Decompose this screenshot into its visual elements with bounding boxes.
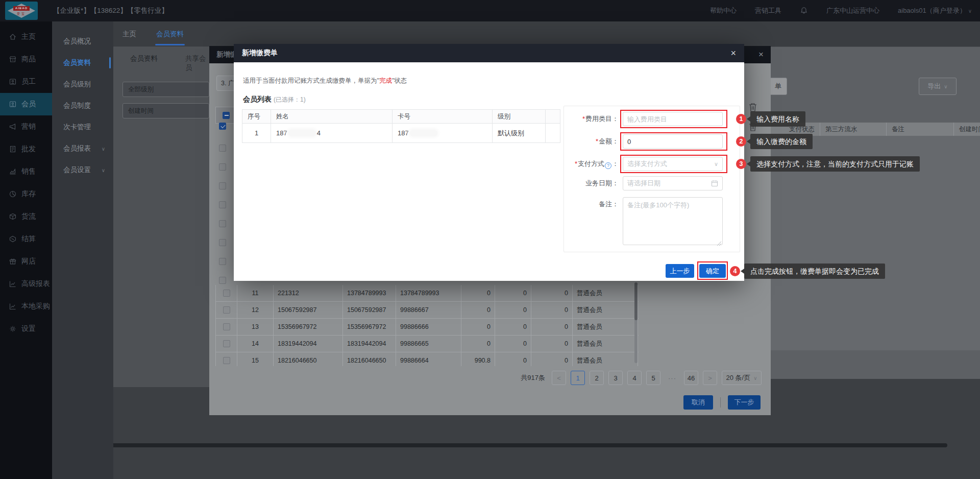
cell-bonus: 0 [495, 336, 531, 352]
sidebar-item-home[interactable]: 主页 [0, 26, 52, 48]
note-label: 备注： [560, 197, 619, 211]
previous-step-button[interactable]: 上一步 [666, 264, 694, 278]
close-icon[interactable]: × [758, 50, 764, 60]
cell-level: 普通会员 [573, 352, 638, 366]
next-step-button[interactable]: 下一步 [728, 395, 761, 410]
pagination-page[interactable]: 1 [571, 371, 585, 385]
pagination-page[interactable]: 46 [684, 371, 698, 385]
row-checkbox[interactable] [223, 290, 230, 297]
row-checkbox[interactable] [219, 258, 226, 265]
sidebar-item-goods[interactable]: 商品 [0, 48, 52, 70]
amount-input[interactable] [623, 134, 723, 149]
export-button[interactable]: 导出∨ [919, 78, 957, 95]
row-checkbox[interactable] [219, 239, 226, 246]
annotation-tooltip-3: 选择支付方式，注意，当前的支付方式只用于记账 [747, 156, 920, 172]
row-checkbox[interactable] [219, 182, 226, 189]
annotation-tooltip-4: 点击完成按钮，缴费单据即会变为已完成 [741, 264, 885, 279]
business-date-label: 业务日期： [560, 176, 619, 190]
sidebar-item-wholesale[interactable]: 批发 [0, 138, 52, 160]
cell-balance: 0 [461, 302, 495, 318]
close-icon[interactable]: × [730, 48, 736, 59]
cell-name: 18319442094 [274, 336, 343, 352]
filter-level-select[interactable]: 全部级别 [122, 82, 209, 97]
sidebar-item-settlement[interactable]: 结算 [0, 228, 52, 250]
sidebar-item-local-purchase[interactable]: 本地采购 [0, 295, 52, 318]
select-all-checkbox[interactable] [223, 112, 230, 119]
pagination-page[interactable]: ··· [665, 371, 679, 385]
sidebar-item-inventory[interactable]: 库存 [0, 183, 52, 205]
confirm-button[interactable]: 确定 [699, 264, 726, 278]
sidebar-item-marketing[interactable]: 营销 [0, 115, 52, 138]
step-badge-3: 3 [736, 159, 746, 169]
logo-subtext: 爱宝 [13, 12, 30, 16]
row-checkbox[interactable] [219, 201, 226, 208]
row-checkbox[interactable] [219, 220, 226, 227]
subtab-shared-member[interactable]: 共享会员 [185, 54, 209, 73]
app-logo[interactable]: AIBAO 爱宝 [5, 2, 38, 20]
page-size-select[interactable]: 20 条/页∨ [722, 371, 762, 385]
row-checkbox[interactable] [223, 323, 230, 330]
table-row[interactable]: 15 18216046650 18216046650 99886664 990.… [215, 352, 639, 366]
cell-index: 12 [237, 302, 274, 318]
tab-home[interactable]: 主页 [122, 21, 136, 47]
notification-bell-icon[interactable] [800, 7, 808, 15]
sidebar-item-logistics[interactable]: 货流 [0, 205, 52, 228]
calendar-icon [711, 180, 718, 187]
marketing-tools-link[interactable]: 营销工具 [755, 6, 781, 15]
subtab-member-profile[interactable]: 会员资料 [130, 54, 158, 63]
tab-member-profile[interactable]: 会员资料 [156, 21, 184, 47]
payment-method-select[interactable]: 选择支付方式∨ [623, 157, 723, 171]
sidebar-item-member-reports[interactable]: 会员报表∨ [52, 138, 113, 159]
row-checkbox-checked[interactable] [219, 123, 226, 130]
resize-handle[interactable] [717, 239, 722, 248]
sidebar-item-member-settings[interactable]: 会员设置∨ [52, 159, 113, 181]
cell-phone: 18319442094 [343, 336, 396, 352]
help-icon[interactable]: ? [605, 162, 611, 169]
business-date-picker[interactable]: 请选择日期 [623, 176, 723, 190]
table-row[interactable]: 13 15356967972 15356967972 99886666 0 0 … [215, 319, 639, 336]
filter-created-date-select[interactable]: 创建时间 [122, 103, 209, 118]
sidebar-item-settings[interactable]: 设置 [0, 318, 52, 340]
table-row[interactable]: 11 221312 13784789993 13784789993 0 0 0 … [215, 285, 639, 302]
row-checkbox[interactable] [223, 340, 230, 347]
sidebar-item-member-overview[interactable]: 会员概况 [52, 31, 113, 52]
pagination-page[interactable]: 2 [590, 371, 604, 385]
table-row[interactable]: 14 18319442094 18319442094 99886665 0 0 … [215, 336, 639, 352]
fee-category-input[interactable] [623, 112, 723, 126]
row-checkbox[interactable] [223, 306, 230, 314]
pagination-page[interactable]: 3 [608, 371, 623, 385]
cell-card: 99886667 [396, 302, 461, 318]
sidebar-item-staff[interactable]: 员工 [0, 70, 52, 93]
new-payment-order-dialog: 新增缴费单 × 适用于当面付款用记账方式生成缴费单，单据为"完成"状态 会员列表… [234, 44, 744, 281]
row-checkbox[interactable] [223, 357, 230, 364]
pagination-page[interactable]: < [552, 371, 566, 385]
pagination-page[interactable]: 4 [627, 371, 642, 385]
cancel-button[interactable]: 取消 [683, 395, 713, 410]
horizontal-scrollbar[interactable] [106, 443, 947, 447]
user-menu[interactable]: aibaols01（商户登录）∨ [898, 6, 972, 15]
sidebar-item-member-level[interactable]: 会员级别 [52, 74, 113, 95]
payment-method-label: *支付方式?： [560, 157, 619, 171]
table-row[interactable]: 12 15067592987 15067592987 99886667 0 0 … [215, 302, 639, 319]
tooltip-arrow [741, 269, 744, 274]
row-checkbox[interactable] [219, 163, 226, 171]
sidebar-item-member[interactable]: 会员 [0, 93, 52, 115]
pagination-page[interactable]: > [703, 371, 717, 385]
sidebar-item-punch-card[interactable]: 次卡管理 [52, 116, 113, 138]
row-checkbox[interactable] [219, 145, 226, 152]
cell-index: 15 [237, 352, 274, 366]
amount-label: *金额： [560, 134, 619, 149]
sidebar-item-online-shop[interactable]: 网店 [0, 250, 52, 273]
sidebar-item-member-profile[interactable]: 会员资料 [52, 52, 113, 74]
pagination-page[interactable]: 5 [646, 371, 660, 385]
note-textarea[interactable] [623, 197, 723, 245]
help-center-link[interactable]: 帮助中心 [710, 6, 737, 15]
sidebar-item-member-system[interactable]: 会员制度 [52, 95, 113, 116]
cell-phone: 13784789993 [343, 285, 396, 301]
sidebar-item-sales[interactable]: 销售 [0, 160, 52, 183]
operation-center-link[interactable]: 广东中山运营中心 [826, 6, 879, 15]
vertical-scrollbar[interactable] [634, 282, 638, 363]
cell-points: 0 [531, 352, 573, 366]
sidebar-item-advanced-reports[interactable]: 高级报表 [0, 273, 52, 295]
app-root: AIBAO 爱宝 【企业版*】【138622】【零售行业】 帮助中心 营销工具 … [0, 0, 980, 479]
